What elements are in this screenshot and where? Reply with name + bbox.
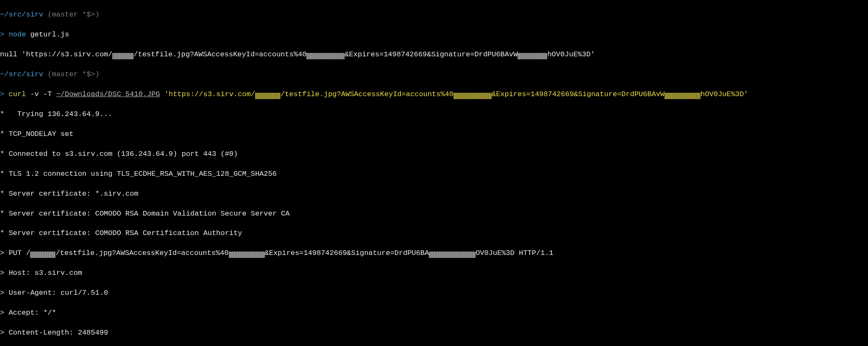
terminal[interactable]: ~/src/sirv (master *$>) > node geturl.js… [0,0,868,346]
curl-output: * Trying 136.243.64.9... [0,109,868,119]
prompt-line-1: ~/src/sirv (master *$>) [0,69,868,79]
url-part: hOV0JuE%3D' [701,90,748,98]
curl-put-line: > PUT //testfile.jpg?AWSAccessKeyId=acco… [0,248,868,258]
command-curl: curl [8,90,26,98]
prompt-symbol: > [0,30,8,39]
output-node-url: null 'https://s3.sirv.com//testfile.jpg?… [0,50,868,59]
prompt-path: ~/src/sirv [0,70,43,78]
url-part: 'https://s3.sirv.com/ [160,90,255,98]
url-part: /testfile.jpg?AWSAccessKeyId=accounts%40 [134,50,306,58]
command-line-2: > curl -v -T ~/Downloads/DSC_5410.JPG 'h… [0,89,868,99]
prompt-symbol: > [0,90,8,98]
prompt-line-0: ~/src/sirv (master *$>) [0,10,868,19]
url-part: https://s3.sirv.com/ [26,50,112,58]
curl-output: * Connected to s3.sirv.com (136.243.64.9… [0,149,868,159]
curl-output: * TCP_NODELAY set [0,129,868,139]
redacted-account [229,252,265,258]
curl-output: > User-Agent: curl/7.51.0 [0,288,868,298]
curl-output: > Host: s3.sirv.com [0,268,868,278]
upload-file: ~/Downloads/DSC_5410.JPG [56,90,160,98]
prompt-branch: (master *$>) [43,70,100,78]
output-text: null ' [0,50,26,58]
url-part: /testfile.jpg?AWSAccessKeyId=accounts%40 [281,90,453,98]
curl-output: * Server certificate: COMODO RSA Domain … [0,209,868,219]
put-text: /testfile.jpg?AWSAccessKeyId=accounts%40 [56,249,228,257]
curl-output: * Server certificate: COMODO RSA Certifi… [0,228,868,238]
curl-output: * Server certificate: *.sirv.com [0,189,868,199]
put-text: &Expires=1498742669&Signature=DrdPU6BA [265,249,429,257]
command-arg: geturl.js [26,30,69,39]
redacted-path [112,53,134,59]
redacted-sig [517,53,547,59]
curl-output: > Accept: */* [0,308,868,318]
curl-output: > Content-Length: 2485499 [0,328,868,338]
flags: -v -T [26,90,56,98]
curl-output: * TLS 1.2 connection using TLS_ECDHE_RSA… [0,169,868,179]
redacted-sig [429,252,476,258]
url-part: hOV0JuE%3D' [547,50,595,58]
url-part: &Expires=1498742669&Signature=DrdPU6BAvW [492,90,665,98]
prompt-branch: (master *$>) [43,11,100,19]
redacted-path [30,252,56,258]
put-text: OV0JuE%3D HTTP/1.1 [476,249,554,257]
redacted-path [255,93,281,99]
command-line-1: > node geturl.js [0,30,868,39]
prompt-path: ~/src/sirv [0,11,43,19]
command-node: node [8,30,26,39]
redacted-sig [665,93,701,99]
redacted-account [306,53,345,59]
put-text: > PUT / [0,249,30,257]
redacted-account [453,93,492,99]
url-part: &Expires=1498742669&Signature=DrdPU6BAvW [345,50,517,58]
